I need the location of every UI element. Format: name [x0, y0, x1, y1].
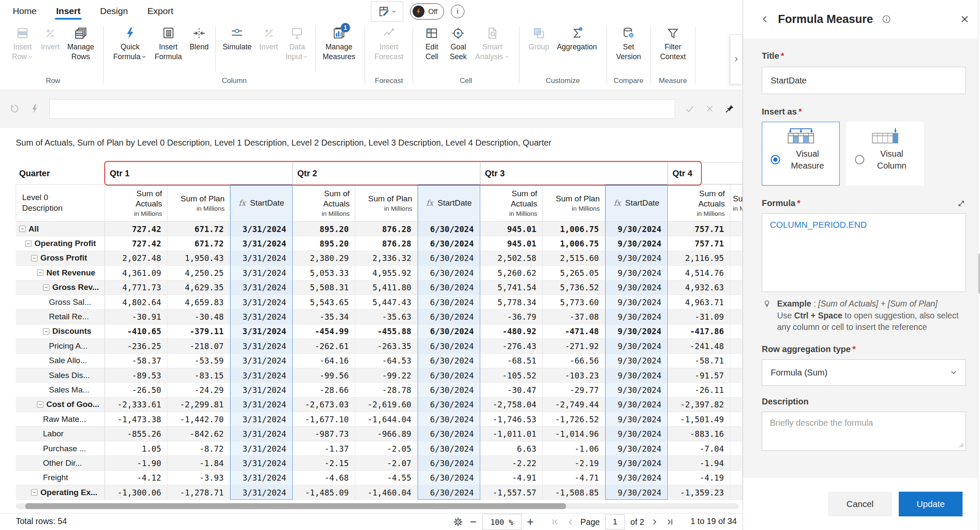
data-cell[interactable]: 945.01: [480, 236, 543, 251]
data-cell[interactable]: -2,333.61: [105, 398, 168, 412]
page-number-input[interactable]: [605, 514, 625, 530]
startdate-cell[interactable]: 3/31/2024: [230, 485, 293, 500]
data-cell[interactable]: 945.01: [480, 222, 543, 236]
data-cell[interactable]: 4,771.73: [105, 281, 168, 295]
data-cell[interactable]: 757.71: [668, 222, 730, 236]
data-cell[interactable]: -26.11: [668, 383, 730, 397]
data-cell[interactable]: -105.52: [480, 368, 543, 383]
data-cell[interactable]: -26.50: [105, 383, 168, 397]
gear-icon[interactable]: [452, 516, 464, 528]
plan-header[interactable]: Sum of Planin Millions: [543, 184, 605, 222]
startdate-cell[interactable]: 9/30/2024: [605, 471, 668, 485]
data-cell[interactable]: -8.72: [168, 441, 230, 456]
startdate-cell[interactable]: 3/31/2024: [230, 251, 293, 266]
live-toggle[interactable]: Off: [410, 3, 444, 20]
data-cell[interactable]: -987.73: [293, 427, 355, 441]
startdate-cell[interactable]: 9/30/2024: [605, 354, 668, 368]
startdate-cell[interactable]: 3/31/2024: [230, 309, 293, 324]
cancel-button[interactable]: Cancel: [828, 492, 892, 516]
row-label[interactable]: −Net Revenue: [16, 266, 105, 280]
data-cell[interactable]: -1,442.70: [168, 412, 230, 427]
data-cell[interactable]: -454.99: [293, 324, 355, 339]
row-dimension-header[interactable]: Level 0Description: [16, 184, 105, 222]
formula-editor[interactable]: COLUMN_PERIOD.END: [762, 213, 966, 292]
data-cell[interactable]: 5,773.60: [543, 295, 605, 309]
quarter-header[interactable]: Qtr 1: [105, 162, 293, 184]
data-cell[interactable]: 5,508.31: [293, 281, 355, 295]
data-cell[interactable]: -35.34: [293, 309, 355, 324]
row-label[interactable]: −Gross Profit: [16, 251, 105, 266]
data-cell[interactable]: -1,746.53: [480, 412, 543, 427]
startdate-header[interactable]: fxStartDate: [605, 184, 668, 222]
data-cell[interactable]: -1,726.52: [543, 412, 605, 427]
data-cell[interactable]: 4,514.76: [668, 266, 730, 280]
collapse-icon[interactable]: −: [25, 241, 31, 247]
data-cell[interactable]: -24.29: [168, 383, 230, 397]
data-cell[interactable]: -471.48: [543, 324, 605, 339]
description-field[interactable]: [762, 412, 966, 451]
data-cell[interactable]: 2,336.32: [355, 251, 418, 266]
data-cell[interactable]: 895.20: [293, 222, 355, 236]
ribbon-button-aggregation[interactable]: Aggregation: [553, 26, 600, 63]
data-cell[interactable]: -91.57: [668, 368, 730, 383]
startdate-cell[interactable]: 9/30/2024: [605, 309, 668, 324]
panel-scrollbar[interactable]: [977, 0, 980, 530]
data-cell[interactable]: 4,802.64: [105, 295, 168, 309]
row-label[interactable]: Sales Dis...: [16, 368, 105, 383]
startdate-cell[interactable]: 6/30/2024: [418, 471, 480, 485]
startdate-cell[interactable]: 6/30/2024: [418, 368, 480, 383]
data-cell[interactable]: 2,515.60: [543, 251, 605, 266]
data-cell[interactable]: -1,644.04: [355, 412, 418, 427]
data-cell[interactable]: -58.71: [668, 354, 730, 368]
data-cell[interactable]: -1,473.38: [105, 412, 168, 427]
data-cell[interactable]: 2,116.95: [668, 251, 730, 266]
data-cell[interactable]: 4,932.63: [668, 281, 730, 295]
row-label[interactable]: Pricing A...: [16, 339, 105, 353]
plan-header-clipped[interactable]: Sum of Planin Millions: [730, 184, 743, 222]
startdate-cell[interactable]: 9/30/2024: [605, 281, 668, 295]
data-cell[interactable]: 5,736.52: [543, 281, 605, 295]
data-cell[interactable]: -410.65: [105, 324, 168, 339]
data-cell[interactable]: 4,955.92: [355, 266, 418, 280]
data-cell[interactable]: 5,543.65: [293, 295, 355, 309]
data-cell[interactable]: -2.07: [355, 456, 418, 470]
check-icon[interactable]: [684, 103, 695, 114]
data-cell[interactable]: 2,502.58: [480, 251, 543, 266]
data-cell[interactable]: -4.91: [480, 471, 543, 485]
data-cell[interactable]: -30.48: [168, 309, 230, 324]
data-cell[interactable]: -99.56: [293, 368, 355, 383]
startdate-cell[interactable]: 9/30/2024: [605, 456, 668, 470]
data-cell[interactable]: -35.63: [355, 309, 418, 324]
ribbon-button-edit-cell[interactable]: EditCell: [419, 26, 444, 63]
startdate-cell[interactable]: 6/30/2024: [418, 266, 480, 280]
data-cell[interactable]: -68.51: [480, 354, 543, 368]
title-field[interactable]: [762, 67, 966, 94]
startdate-cell[interactable]: 3/31/2024: [230, 281, 293, 295]
close-icon[interactable]: [959, 14, 970, 25]
data-cell[interactable]: -1,508.85: [543, 485, 605, 500]
startdate-cell[interactable]: 6/30/2024: [418, 441, 480, 456]
data-cell[interactable]: -271.92: [543, 339, 605, 353]
data-cell[interactable]: 671.72: [168, 222, 230, 236]
data-cell[interactable]: 2,380.29: [293, 251, 355, 266]
data-cell[interactable]: -30.91: [105, 309, 168, 324]
data-cell[interactable]: -2,758.04: [480, 398, 543, 412]
ribbon-button-manage-rows[interactable]: ManageRows: [64, 26, 97, 63]
horizontal-scrollbar[interactable]: [16, 503, 739, 509]
zoom-out-button[interactable]: −: [470, 516, 477, 528]
radio-selected[interactable]: [771, 155, 780, 164]
data-cell[interactable]: -1.06: [543, 441, 605, 456]
actuals-header[interactable]: Sum ofActualsin Millions: [480, 184, 543, 222]
actuals-header[interactable]: Sum ofActualsin Millions: [668, 184, 730, 222]
zoom-level-input[interactable]: [482, 514, 521, 530]
collapse-icon[interactable]: −: [31, 255, 37, 261]
data-cell[interactable]: -53.59: [168, 354, 230, 368]
data-cell[interactable]: 5,447.43: [355, 295, 418, 309]
data-cell[interactable]: -30.47: [480, 383, 543, 397]
startdate-cell[interactable]: 6/30/2024: [418, 281, 480, 295]
data-cell[interactable]: 5,411.80: [355, 281, 418, 295]
data-cell[interactable]: -2,673.03: [293, 398, 355, 412]
data-cell[interactable]: 876.28: [355, 222, 418, 236]
ribbon-button-quick-formula[interactable]: QuickFormula: [110, 26, 150, 63]
scrollbar-thumb[interactable]: [25, 503, 566, 509]
